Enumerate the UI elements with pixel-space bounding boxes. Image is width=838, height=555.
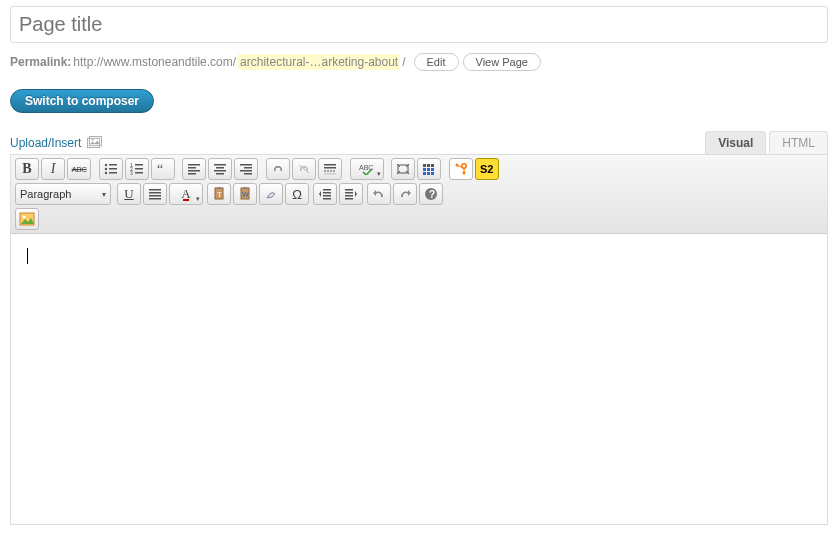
view-page-button[interactable]: View Page [463, 53, 541, 71]
svg-rect-63 [345, 189, 353, 191]
permalink-slug[interactable]: architectural-…arketing-about [238, 54, 400, 70]
svg-rect-17 [188, 167, 196, 169]
svg-point-70 [23, 216, 26, 219]
svg-rect-36 [427, 164, 430, 167]
svg-rect-65 [345, 195, 353, 197]
svg-rect-32 [324, 173, 336, 175]
add-media-icon[interactable] [87, 136, 102, 149]
svg-rect-60 [323, 192, 331, 194]
paste-word-button[interactable]: W [233, 183, 257, 205]
kitchen-sink-button[interactable] [417, 158, 441, 180]
edit-permalink-button[interactable]: Edit [414, 53, 459, 71]
outdent-button[interactable] [313, 183, 337, 205]
permalink-label: Permalink: [10, 55, 71, 69]
svg-point-7 [104, 172, 106, 174]
text-cursor-icon [27, 248, 28, 264]
svg-rect-35 [423, 164, 426, 167]
svg-rect-27 [244, 173, 252, 175]
svg-text:W: W [242, 191, 249, 198]
svg-text:T: T [217, 190, 222, 199]
s2-shortcode-button[interactable]: S2 [475, 158, 499, 180]
special-character-button[interactable]: Ω [285, 183, 309, 205]
svg-rect-50 [149, 192, 161, 194]
underline-button[interactable]: U [117, 183, 141, 205]
align-center-button[interactable] [208, 158, 232, 180]
svg-rect-10 [135, 164, 143, 166]
svg-rect-66 [345, 198, 353, 200]
svg-point-3 [104, 164, 106, 166]
gallery-button[interactable] [15, 208, 39, 230]
svg-text:3: 3 [130, 170, 133, 175]
svg-rect-43 [431, 172, 434, 175]
svg-rect-30 [324, 167, 336, 169]
tab-visual[interactable]: Visual [705, 131, 766, 154]
spellcheck-button[interactable]: ABC [350, 158, 384, 180]
svg-rect-23 [216, 173, 224, 175]
blockquote-button[interactable]: “ [151, 158, 175, 180]
unlink-button[interactable] [292, 158, 316, 180]
svg-rect-25 [244, 167, 252, 169]
svg-rect-41 [423, 172, 426, 175]
ordered-list-button[interactable]: 123 [125, 158, 149, 180]
svg-rect-40 [431, 168, 434, 171]
editor-container: B I ABC 123 “ ABC [10, 154, 828, 525]
paste-text-button[interactable]: T [207, 183, 231, 205]
svg-rect-54 [217, 187, 221, 189]
svg-rect-37 [431, 164, 434, 167]
svg-rect-26 [240, 170, 252, 172]
fullscreen-button[interactable] [391, 158, 415, 180]
svg-rect-12 [135, 168, 143, 170]
svg-rect-52 [149, 198, 161, 200]
svg-rect-39 [427, 168, 430, 171]
svg-rect-64 [345, 192, 353, 194]
svg-rect-14 [135, 172, 143, 174]
remove-formatting-button[interactable] [259, 183, 283, 205]
switch-to-composer-button[interactable]: Switch to composer [10, 89, 154, 113]
svg-text:?: ? [429, 189, 435, 200]
svg-rect-57 [243, 187, 247, 189]
svg-rect-38 [423, 168, 426, 171]
svg-point-2 [92, 139, 94, 141]
permalink-base-url: http://www.mstoneandtile.com/ [73, 55, 236, 69]
undo-button[interactable] [367, 183, 391, 205]
text-color-button[interactable]: A [169, 183, 203, 205]
help-button[interactable]: ? [419, 183, 443, 205]
indent-button[interactable] [339, 183, 363, 205]
align-justify-button[interactable] [143, 183, 167, 205]
svg-rect-42 [427, 172, 430, 175]
redo-button[interactable] [393, 183, 417, 205]
permalink-trailing-slash: / [402, 55, 405, 69]
insert-more-button[interactable] [318, 158, 342, 180]
svg-rect-16 [188, 164, 200, 166]
tab-html[interactable]: HTML [769, 131, 828, 154]
svg-rect-59 [323, 189, 331, 191]
svg-rect-4 [109, 164, 117, 166]
hubspot-button[interactable] [449, 158, 473, 180]
svg-rect-8 [109, 172, 117, 174]
bold-button[interactable]: B [15, 158, 39, 180]
svg-rect-51 [149, 195, 161, 197]
svg-text:“: “ [157, 163, 163, 175]
svg-rect-6 [109, 168, 117, 170]
svg-rect-19 [188, 173, 196, 175]
svg-point-45 [462, 164, 466, 168]
permalink-row: Permalink: http://www.mstoneandtile.com/… [10, 53, 828, 71]
link-button[interactable] [266, 158, 290, 180]
svg-rect-22 [214, 170, 226, 172]
strikethrough-button[interactable]: ABC [67, 158, 91, 180]
italic-button[interactable]: I [41, 158, 65, 180]
unordered-list-button[interactable] [99, 158, 123, 180]
align-right-button[interactable] [234, 158, 258, 180]
svg-rect-24 [240, 164, 252, 166]
align-left-button[interactable] [182, 158, 206, 180]
svg-rect-18 [188, 170, 200, 172]
editor-toolbar: B I ABC 123 “ ABC [11, 155, 827, 234]
svg-rect-21 [216, 167, 224, 169]
editor-content-area[interactable] [11, 234, 827, 524]
svg-rect-20 [214, 164, 226, 166]
upload-insert-link[interactable]: Upload/Insert [10, 136, 81, 150]
format-select[interactable]: Paragraph [15, 183, 111, 205]
page-title-input[interactable] [10, 6, 828, 43]
svg-rect-62 [323, 198, 331, 200]
svg-rect-61 [323, 195, 331, 197]
